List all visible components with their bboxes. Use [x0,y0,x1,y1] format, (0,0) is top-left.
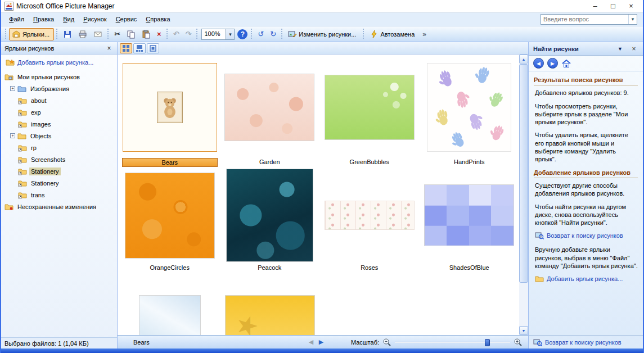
tree-item-images[interactable]: images [1,118,117,130]
close-button[interactable]: × [626,2,636,10]
thumbnail-garden[interactable]: Garden [220,57,320,167]
task-pane-close-icon[interactable]: × [629,45,638,53]
thumbnail-shadesofblue[interactable]: ShadesOfBlue [420,167,520,273]
toolbar-grip[interactable] [362,29,365,40]
find-pictures-task-pane: Найти рисунки ▼ × ◀ ▶ Результаты поиска … [528,42,643,349]
rotate-left-button[interactable]: ↺ [255,28,267,40]
tree-root-unsaved-changes[interactable]: Несохраненные изменения [1,201,117,212]
zoom-value[interactable]: 100% [201,29,226,40]
question-dropdown-icon[interactable]: ▾ [628,15,637,24]
back-to-search-link[interactable]: Возврат к поиску рисунков [535,232,638,240]
thumbnail-partial-2[interactable]: ★ [220,273,320,335]
tree-item-screenshots[interactable]: Screenshots [1,153,117,165]
zoom-in-icon[interactable] [514,338,523,347]
single-picture-view-button[interactable] [147,43,159,53]
zoom-slider-thumb[interactable] [485,339,490,346]
folder-shortcut-icon [18,143,27,152]
thumbnail-grid: Bears Garden GreenBubbles [118,55,519,335]
toolbar-options-chevron[interactable]: » [421,30,428,38]
tree-item-izobrazheniya[interactable]: + Изображения [1,83,117,94]
thumbnail-orangecircles[interactable]: OrangeCircles [120,167,220,273]
add-shortcut-link[interactable]: Добавить ярлык рисунка... [1,55,117,71]
minimize-button[interactable]: – [590,2,600,10]
print-button[interactable] [75,28,90,40]
undo-button[interactable]: ↶ [170,28,182,40]
edit-pictures-button[interactable]: Изменить рисунки... [285,28,361,40]
zoom-out-icon[interactable] [382,338,391,347]
previous-picture-button[interactable]: ◀ [306,338,316,346]
add-shortcut-task-link[interactable]: Добавить ярлык рисунка... [535,275,638,283]
cut-button[interactable]: ✂ [111,28,123,40]
back-button[interactable]: ◀ [533,58,544,69]
save-button[interactable] [60,28,75,40]
ask-question-input[interactable] [541,16,628,22]
shortcuts-button[interactable]: Ярлыки... [9,28,54,40]
vertical-scrollbar[interactable]: ▲ ▼ [519,55,528,335]
zoom-combobox[interactable]: 100% ▾ [201,29,235,40]
thumbnail-bears[interactable]: Bears [120,57,220,167]
expand-icon[interactable]: + [10,86,15,91]
thumbnail-greenbubbles[interactable]: GreenBubbles [319,57,420,167]
tree-item-objects[interactable]: + Objects [1,130,117,142]
thumbnail-view-button[interactable] [120,43,132,53]
scrollbar-thumb[interactable] [519,64,528,283]
zoom-slider-label: Масштаб: [351,339,379,346]
thumbnail-label: HandPrints [451,158,488,167]
tree-item-stationery-selected[interactable]: Stationery [1,165,117,177]
tree-item-stationery-2[interactable]: Stationery [1,177,117,189]
scrollbar-track[interactable] [519,283,528,326]
toolbar-grip[interactable] [281,29,283,40]
next-picture-button[interactable]: ▶ [316,338,326,346]
add-folder-icon [535,274,544,283]
tree-item-about[interactable]: about [1,94,117,106]
tree-item-trans[interactable]: trans [1,189,117,201]
selection-status-bar: Выбрано файлов: 1 (1,04 КБ) [1,337,117,349]
tree-item-exp[interactable]: exp [1,106,117,118]
my-shortcuts-folder-icon [4,73,13,82]
copy-button[interactable] [124,28,138,40]
rotate-right-button[interactable]: ↻ [267,28,279,40]
help-button[interactable]: ? [237,29,247,39]
zoom-slider-track[interactable] [395,342,510,343]
toolbar-grip[interactable] [166,29,169,40]
toolbar-grip[interactable] [250,29,253,40]
shortcuts-pane-close-icon[interactable]: × [105,44,114,52]
ask-question-box[interactable]: ▾ [541,14,637,25]
manual-hint-text: Вручную добавьте ярлыки рисунков, выбрав… [535,246,638,270]
task-pane-dropdown-icon[interactable]: ▼ [618,46,623,52]
tree-root-my-shortcuts[interactable]: Мои ярлыки рисунков [1,71,117,83]
add-shortcut-link-label: Добавить ярлык рисунка... [17,59,93,66]
menu-file[interactable]: Файл [4,14,29,24]
zoom-slider[interactable] [395,338,510,347]
menu-edit[interactable]: Правка [29,14,58,24]
paste-button[interactable] [139,28,154,40]
added-shortcuts-text: Добавлено ярлыков рисунков: 9. [535,89,638,97]
expand-icon[interactable]: + [10,133,15,138]
toolbar-grip[interactable] [107,29,110,40]
thumbnail-roses[interactable]: Roses [319,167,420,273]
maximize-button[interactable]: □ [608,2,618,10]
tree-item-rp[interactable]: rp [1,142,117,153]
forward-button[interactable]: ▶ [547,58,558,69]
footer-back-to-search-link[interactable]: Возврат к поиску рисунков [545,339,622,346]
menu-tools[interactable]: Сервис [111,14,142,24]
zoom-dropdown-icon[interactable]: ▾ [226,29,235,40]
redo-button[interactable]: ↷ [183,28,195,40]
home-button[interactable] [561,58,571,69]
menu-picture[interactable]: Рисунок [79,14,111,24]
toolbar-grip[interactable] [4,29,7,40]
thumbnail-peacock[interactable]: Peacock [220,167,320,273]
scroll-down-button[interactable]: ▼ [519,326,528,335]
menu-view[interactable]: Вид [58,14,79,24]
scroll-up-button[interactable]: ▲ [519,55,528,64]
delete-button[interactable]: × [154,28,164,40]
toolbar-grip[interactable] [56,29,58,40]
mail-button[interactable] [91,28,105,40]
autocorrect-button[interactable]: Автозамена [367,28,419,40]
menu-help[interactable]: Справка [141,14,174,24]
thumbnail-handprints[interactable]: HandPrints [420,57,520,167]
toolbar-grip[interactable] [196,29,199,40]
thumbnail-partial-1[interactable] [120,273,220,335]
filmstrip-view-button[interactable] [133,43,146,53]
thumbnail-label: GreenBubbles [346,158,393,167]
